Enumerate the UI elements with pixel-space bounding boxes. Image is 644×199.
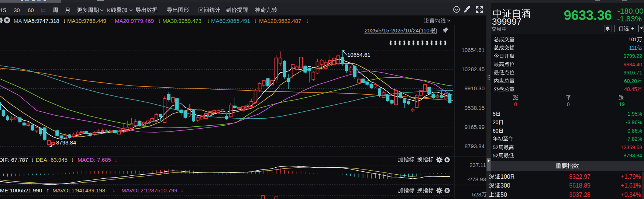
svg-text:DEA:-63.945: DEA:-63.945 xyxy=(36,157,68,163)
svg-text:300: 300 xyxy=(500,182,510,189)
svg-text:-278.93: -278.93 xyxy=(467,176,486,182)
svg-text:MA60:9865.491: MA60:9865.491 xyxy=(211,18,250,24)
svg-text:8793.84: 8793.84 xyxy=(56,139,76,146)
svg-text:-180.00: -180.00 xyxy=(617,7,644,15)
svg-text:-7.82%: -7.82% xyxy=(626,136,642,142)
svg-text:DIF:-67.787: DIF:-67.787 xyxy=(0,157,28,163)
svg-text:9616.71: 9616.71 xyxy=(623,70,642,76)
svg-text:2025/5/15-2025/10/24(110: 2025/5/15-2025/10/24(110 xyxy=(365,27,430,34)
svg-text:MAVOL2:1237510.799: MAVOL2:1237510.799 xyxy=(121,187,178,193)
svg-text:↓: ↓ xyxy=(158,17,161,24)
svg-text:+1.61%: +1.61% xyxy=(621,182,641,189)
svg-text:9633.36: 9633.36 xyxy=(564,8,612,23)
svg-text:20: 20 xyxy=(493,119,499,125)
svg-text:↓: ↓ xyxy=(254,17,257,24)
svg-text:-1.83%: -1.83% xyxy=(617,14,642,23)
svg-text:↓: ↓ xyxy=(114,156,118,163)
svg-text:3037.28: 3037.28 xyxy=(569,192,590,198)
svg-text:50: 50 xyxy=(500,192,507,198)
svg-text:40.45: 40.45 xyxy=(624,86,637,92)
svg-text:60: 60 xyxy=(28,7,34,13)
svg-text:MA: MA xyxy=(14,18,22,24)
svg-text:52: 52 xyxy=(493,153,499,158)
svg-text:-3.96%: -3.96% xyxy=(626,119,642,125)
svg-text:↓: ↓ xyxy=(306,17,309,24)
svg-text:+0.34%: +0.34% xyxy=(621,192,641,198)
svg-text:5618.89: 5618.89 xyxy=(569,182,590,189)
svg-text:111: 111 xyxy=(629,45,637,51)
svg-text:MAVOL1:941439.198: MAVOL1:941439.198 xyxy=(52,187,105,193)
svg-text:0: 0 xyxy=(567,101,570,107)
svg-text:0: 0 xyxy=(514,101,517,107)
svg-text:60: 60 xyxy=(493,128,499,134)
svg-text:9165.99: 9165.99 xyxy=(465,124,485,130)
svg-text:-0.86%: -0.86% xyxy=(626,128,642,134)
svg-text:8793.84: 8793.84 xyxy=(623,153,642,158)
svg-text:+: + xyxy=(631,25,634,31)
svg-text:9538.15: 9538.15 xyxy=(465,105,485,111)
svg-text:↓: ↓ xyxy=(112,187,116,194)
svg-text:↓: ↓ xyxy=(71,156,74,163)
svg-text:↑: ↑ xyxy=(110,17,114,24)
svg-text:8793.84: 8793.84 xyxy=(465,143,485,149)
svg-text:MA120:9682.487: MA120:9682.487 xyxy=(259,18,301,24)
svg-text:399997: 399997 xyxy=(492,17,521,27)
svg-text:8322.97: 8322.97 xyxy=(569,174,590,180)
svg-text:9799.22: 9799.22 xyxy=(623,53,642,59)
svg-text:237.11: 237.11 xyxy=(469,162,486,168)
svg-text:19: 19 xyxy=(619,101,625,107)
svg-text:-1.95%: -1.95% xyxy=(626,111,642,117)
svg-text:MA5:9747.318: MA5:9747.318 xyxy=(23,18,59,24)
svg-text:9910.30: 9910.30 xyxy=(465,85,485,91)
svg-text:5: 5 xyxy=(493,111,496,117)
svg-text:528: 528 xyxy=(472,191,481,198)
svg-text:VOLUME:1006521.990: VOLUME:1006521.990 xyxy=(0,187,42,193)
svg-text:60.20: 60.20 xyxy=(624,78,637,84)
svg-text:30: 30 xyxy=(14,7,20,13)
svg-text:9834.40: 9834.40 xyxy=(623,62,642,67)
svg-text:12359.58: 12359.58 xyxy=(621,144,643,150)
svg-text:↑: ↑ xyxy=(46,187,49,194)
svg-text:MA30:9959.473: MA30:9959.473 xyxy=(162,18,202,24)
svg-text:101: 101 xyxy=(628,36,637,42)
svg-text:100R: 100R xyxy=(500,174,514,180)
svg-text:10654.61: 10654.61 xyxy=(347,52,371,58)
svg-text:): ) xyxy=(435,27,437,34)
svg-text:↓: ↓ xyxy=(180,187,184,194)
svg-text:MA10:9768.449: MA10:9768.449 xyxy=(67,18,106,24)
svg-text:MA20:9779.469: MA20:9779.469 xyxy=(115,18,154,24)
svg-text:+1.79%: +1.79% xyxy=(621,174,641,180)
svg-text:15: 15 xyxy=(0,7,6,13)
svg-text:↓: ↓ xyxy=(63,17,66,24)
svg-text:10654.61: 10654.61 xyxy=(461,47,485,53)
svg-text:↓: ↓ xyxy=(31,156,34,163)
svg-text:↓: ↓ xyxy=(207,17,210,24)
svg-text:K: K xyxy=(107,7,111,13)
svg-text:10282.45: 10282.45 xyxy=(461,66,485,72)
svg-text:52: 52 xyxy=(493,144,499,150)
svg-text:MACD:-7.685: MACD:-7.685 xyxy=(78,157,111,163)
